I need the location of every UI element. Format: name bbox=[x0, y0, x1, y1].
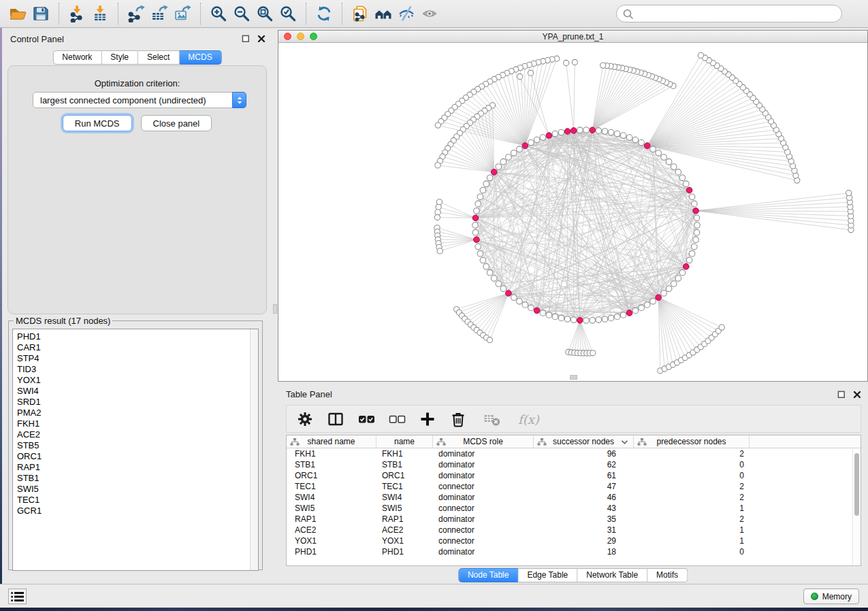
mcds-result-item[interactable]: ORC1 bbox=[17, 451, 258, 462]
export-table-icon[interactable] bbox=[148, 3, 171, 24]
export-network-icon[interactable] bbox=[125, 3, 148, 24]
mcds-result-item[interactable]: STB5 bbox=[17, 440, 258, 451]
criterion-select[interactable]: largest connected component (undirected) bbox=[33, 92, 246, 108]
column-header-shared-name[interactable]: shared name bbox=[287, 435, 376, 448]
mcds-result-item[interactable]: CAR1 bbox=[17, 342, 258, 353]
mcds-tab-content: Optimization criterion: largest connecte… bbox=[7, 65, 267, 314]
mcds-result-list[interactable]: PHD1CAR1STP4TID3YOX1SWI4SRD1PMA2FKH1ACE2… bbox=[12, 329, 259, 571]
table-cell: 2 bbox=[634, 448, 750, 459]
mcds-result-item[interactable]: SRD1 bbox=[17, 397, 258, 408]
open-session-icon[interactable] bbox=[6, 3, 29, 24]
settings-gear-icon[interactable] bbox=[295, 409, 315, 429]
import-network-icon[interactable] bbox=[65, 3, 89, 24]
toolbar-group bbox=[0, 3, 59, 24]
float-panel-icon[interactable] bbox=[837, 391, 846, 399]
search-input[interactable] bbox=[637, 9, 841, 19]
import-table-icon[interactable] bbox=[89, 3, 112, 24]
add-column-icon[interactable] bbox=[417, 409, 438, 429]
criterion-selected-value: largest connected component (undirected) bbox=[33, 95, 232, 105]
refresh-view-icon[interactable] bbox=[312, 3, 336, 24]
table-row[interactable]: SWI5SWI5connector431 bbox=[287, 503, 861, 514]
search-box[interactable] bbox=[616, 5, 842, 22]
close-panel-button[interactable]: Close panel bbox=[141, 115, 212, 131]
hide-selected-icon[interactable] bbox=[395, 3, 418, 24]
tab-network-table[interactable]: Network Table bbox=[577, 568, 647, 582]
tab-mcds[interactable]: MCDS bbox=[179, 50, 221, 65]
column-label: MCDS role bbox=[463, 437, 503, 446]
tab-motifs[interactable]: Motifs bbox=[647, 568, 688, 582]
column-header-successor-nodes[interactable]: successor nodes bbox=[534, 435, 634, 448]
table-cell: connector bbox=[433, 481, 534, 492]
mcds-result-item[interactable]: RAP1 bbox=[17, 462, 258, 473]
table-scrollbar-thumb[interactable] bbox=[854, 453, 859, 516]
optimization-criterion-label: Optimization criterion: bbox=[8, 78, 266, 88]
mcds-result-item[interactable]: PMA2 bbox=[17, 408, 258, 418]
close-panel-icon[interactable] bbox=[257, 35, 266, 43]
mcds-list-scrollbar[interactable] bbox=[250, 329, 258, 570]
mcds-result-item[interactable]: STP4 bbox=[17, 353, 258, 364]
control-panel-title: Control Panel bbox=[9, 34, 64, 44]
table-row[interactable]: PHD1PHD1dominator180 bbox=[287, 546, 861, 557]
table-row[interactable]: ORC1ORC1dominator610 bbox=[287, 470, 861, 481]
tab-style[interactable]: Style bbox=[101, 50, 138, 65]
zoom-out-icon[interactable] bbox=[230, 3, 253, 24]
table-cell: dominator bbox=[433, 470, 534, 481]
tab-edge-table[interactable]: Edge Table bbox=[518, 568, 577, 582]
tab-network[interactable]: Network bbox=[52, 50, 101, 65]
show-all-icon[interactable] bbox=[418, 3, 441, 24]
delete-column-icon[interactable] bbox=[448, 409, 468, 429]
table-row[interactable]: TEC1TEC1connector472 bbox=[287, 481, 861, 492]
column-header-name[interactable]: name bbox=[376, 435, 433, 448]
table-cell: FKH1 bbox=[287, 448, 376, 459]
table-row[interactable]: ACE2ACE2connector311 bbox=[287, 525, 861, 535]
panel-splitter[interactable] bbox=[272, 28, 278, 584]
binoculars-search-icon[interactable] bbox=[372, 3, 395, 24]
mcds-result-item[interactable]: GCR1 bbox=[17, 506, 258, 516]
table-row[interactable]: STB1STB1dominator620 bbox=[287, 459, 861, 470]
mcds-result-legend: MCDS result (17 nodes) bbox=[14, 316, 112, 326]
mcds-result-item[interactable]: STB1 bbox=[17, 473, 258, 484]
split-panel-icon[interactable] bbox=[325, 409, 346, 429]
tab-select[interactable]: Select bbox=[138, 50, 179, 65]
float-panel-icon[interactable] bbox=[242, 35, 250, 43]
mcds-result-item[interactable]: SWI5 bbox=[17, 484, 258, 495]
mcds-result-item[interactable]: TEC1 bbox=[17, 495, 258, 506]
splitter-grip[interactable] bbox=[273, 304, 277, 314]
function-builder-disabled-icon: f(x) bbox=[516, 409, 543, 429]
memory-button[interactable]: Memory bbox=[803, 589, 859, 604]
deselect-all-unchecked-icon[interactable] bbox=[387, 409, 407, 429]
network-window-titlebar[interactable]: YPA_prune.txt_1 bbox=[278, 31, 867, 43]
zoom-in-icon[interactable] bbox=[207, 3, 230, 24]
column-header-predecessor-nodes[interactable]: predecessor nodes bbox=[634, 435, 750, 448]
tab-node-table[interactable]: Node Table bbox=[458, 568, 519, 582]
mcds-result-item[interactable]: PHD1 bbox=[17, 331, 258, 342]
panel-list-button[interactable] bbox=[8, 589, 27, 604]
table-cell: connector bbox=[433, 525, 534, 535]
network-canvas[interactable] bbox=[278, 43, 867, 381]
mcds-result-item[interactable]: ACE2 bbox=[17, 429, 258, 440]
column-header-MCDS-role[interactable]: MCDS role bbox=[433, 435, 534, 448]
zoom-fit-icon[interactable] bbox=[253, 3, 276, 24]
zoom-selected-icon[interactable] bbox=[276, 3, 300, 24]
mcds-result-item[interactable]: TID3 bbox=[17, 364, 258, 375]
table-scrollbar[interactable] bbox=[852, 449, 860, 565]
canvas-resize-handle[interactable] bbox=[570, 375, 577, 380]
mcds-result-item[interactable]: FKH1 bbox=[17, 418, 258, 429]
save-session-icon[interactable] bbox=[29, 3, 52, 24]
export-image-icon[interactable] bbox=[171, 3, 194, 24]
select-all-checked-icon[interactable] bbox=[356, 409, 376, 429]
table-cell: connector bbox=[433, 535, 534, 546]
network-graph[interactable] bbox=[278, 43, 867, 381]
table-row[interactable]: FKH1FKH1dominator962 bbox=[287, 448, 861, 459]
run-mcds-button[interactable]: Run MCDS bbox=[63, 115, 132, 131]
table-cell: ORC1 bbox=[376, 470, 433, 481]
table-row[interactable]: SWI4SWI4dominator462 bbox=[287, 492, 861, 503]
close-panel-icon[interactable] bbox=[853, 391, 861, 399]
network-window: YPA_prune.txt_1 bbox=[278, 30, 868, 382]
clone-network-icon[interactable] bbox=[349, 3, 372, 24]
table-row[interactable]: RAP1RAP1dominator352 bbox=[287, 514, 861, 525]
table-row[interactable]: YOX1YOX1connector291 bbox=[287, 535, 861, 546]
status-bar: Memory bbox=[0, 584, 868, 608]
mcds-result-item[interactable]: SWI4 bbox=[17, 386, 258, 397]
mcds-result-item[interactable]: YOX1 bbox=[17, 375, 258, 386]
